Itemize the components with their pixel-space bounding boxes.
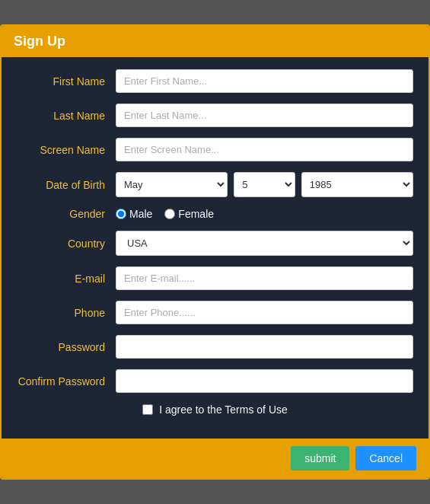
country-select[interactable]: USA UK Canada Australia Other: [116, 231, 413, 256]
screen-name-row: Screen Name: [17, 138, 413, 161]
password-input[interactable]: [116, 335, 413, 359]
dob-label: Date of Birth: [17, 179, 116, 191]
email-label: E-mail: [17, 273, 116, 285]
form-body: First Name Last Name Screen Name Date of…: [2, 57, 428, 439]
first-name-row: First Name: [17, 69, 413, 93]
gender-row: Gender Male Female: [17, 208, 413, 220]
password-label: Password: [17, 341, 116, 353]
dob-day-select[interactable]: 1234 5678 9101112 13141516 17181920 2122…: [234, 172, 295, 197]
phone-row: Phone: [17, 301, 413, 324]
gender-female-radio[interactable]: [164, 209, 175, 219]
gender-group: Male Female: [116, 208, 413, 220]
gender-male-label: Male: [129, 208, 152, 220]
dob-month-select[interactable]: JanuaryFebruaryMarchApril MayJuneJulyAug…: [116, 172, 228, 197]
gender-male-option[interactable]: Male: [116, 208, 152, 220]
screen-name-input[interactable]: [116, 138, 413, 161]
dob-row: Date of Birth JanuaryFebruaryMarchApril …: [17, 172, 413, 197]
first-name-input[interactable]: [116, 69, 413, 93]
confirm-password-input[interactable]: [116, 369, 413, 393]
form-title: Sign Up: [14, 33, 65, 49]
last-name-input[interactable]: [116, 104, 413, 127]
confirm-password-label: Confirm Password: [17, 375, 116, 388]
cancel-button[interactable]: Cancel: [355, 446, 416, 471]
terms-label: I agree to the Terms of Use: [159, 404, 288, 416]
password-row: Password: [17, 335, 413, 359]
email-row: E-mail: [17, 266, 413, 290]
phone-input[interactable]: [116, 301, 413, 324]
confirm-password-row: Confirm Password: [17, 369, 413, 393]
email-input[interactable]: [116, 266, 413, 290]
terms-checkbox[interactable]: [142, 404, 153, 415]
first-name-label: First Name: [17, 75, 116, 88]
gender-female-option[interactable]: Female: [164, 208, 214, 220]
screen-name-label: Screen Name: [17, 144, 116, 156]
gender-male-radio[interactable]: [116, 209, 126, 219]
last-name-label: Last Name: [17, 110, 116, 122]
phone-label: Phone: [17, 307, 116, 319]
dob-year-select[interactable]: 2024202320222021202020192018201720162015…: [301, 172, 413, 197]
country-row: Country USA UK Canada Australia Other: [17, 231, 413, 256]
country-label: Country: [17, 238, 116, 250]
last-name-row: Last Name: [17, 104, 413, 127]
dob-group: JanuaryFebruaryMarchApril MayJuneJulyAug…: [116, 172, 413, 197]
terms-row: I agree to the Terms of Use: [17, 404, 413, 416]
signup-form: Sign Up First Name Last Name Screen Name…: [0, 24, 430, 480]
form-footer: submit Cancel: [2, 439, 428, 478]
gender-label: Gender: [17, 208, 116, 220]
gender-female-label: Female: [178, 208, 214, 220]
form-header: Sign Up: [2, 26, 428, 57]
submit-button[interactable]: submit: [291, 446, 349, 471]
